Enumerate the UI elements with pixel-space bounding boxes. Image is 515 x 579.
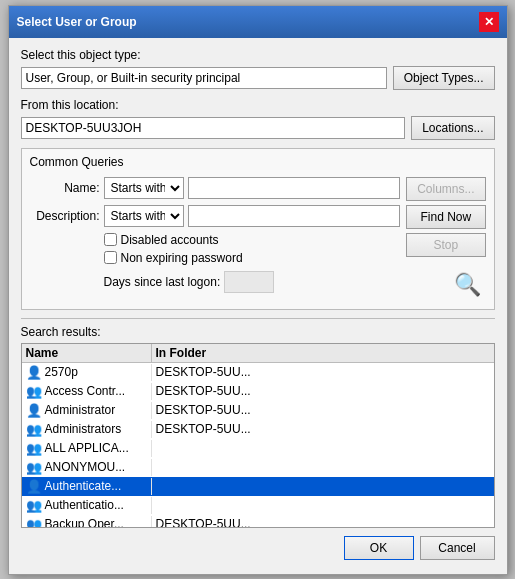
queries-and-buttons: Name: Starts with Description: Starts wi… xyxy=(30,177,486,303)
result-name-text: Backup Oper... xyxy=(45,517,124,528)
table-row[interactable]: 👥Authenticatio... xyxy=(22,496,494,515)
description-query-row: Description: Starts with xyxy=(30,205,401,227)
result-name: 👤2570p xyxy=(22,364,152,381)
queries-left: Name: Starts with Description: Starts wi… xyxy=(30,177,401,303)
results-header: Name In Folder xyxy=(22,344,494,363)
name-query-input[interactable] xyxy=(188,177,401,199)
select-user-group-dialog: Select User or Group ✕ Select this objec… xyxy=(8,5,508,575)
result-name: 👥Access Contr... xyxy=(22,383,152,400)
table-row[interactable]: 👤Authenticate... xyxy=(22,477,494,496)
result-folder xyxy=(152,466,494,468)
name-query-row: Name: Starts with xyxy=(30,177,401,199)
disabled-accounts-label: Disabled accounts xyxy=(121,233,219,247)
result-folder: DESKTOP-5UU... xyxy=(152,364,494,380)
description-query-input[interactable] xyxy=(188,205,401,227)
table-row[interactable]: 👥Backup Oper...DESKTOP-5UU... xyxy=(22,515,494,528)
locations-button[interactable]: Locations... xyxy=(411,116,494,140)
stop-button[interactable]: Stop xyxy=(406,233,485,257)
location-row: Locations... xyxy=(21,116,495,140)
right-buttons: Columns... Find Now Stop 🔍 xyxy=(406,177,485,303)
table-row[interactable]: 👥ALL APPLICA... xyxy=(22,439,494,458)
user-icon: 👤 xyxy=(26,403,42,418)
close-button[interactable]: ✕ xyxy=(479,12,499,32)
common-queries-title: Common Queries xyxy=(30,155,486,169)
object-types-button[interactable]: Object Types... xyxy=(393,66,495,90)
result-name-text: ALL APPLICA... xyxy=(45,441,129,455)
result-name-text: Authenticate... xyxy=(45,479,122,493)
result-folder: DESKTOP-5UU... xyxy=(152,421,494,437)
user-icon: 👥 xyxy=(26,441,42,456)
result-name: 👥Authenticatio... xyxy=(22,497,152,514)
non-expiring-label: Non expiring password xyxy=(121,251,243,265)
object-type-input[interactable] xyxy=(21,67,387,89)
ok-button[interactable]: OK xyxy=(344,536,414,560)
search-results-label: Search results: xyxy=(21,325,495,339)
result-name-text: Authenticatio... xyxy=(45,498,124,512)
cancel-button[interactable]: Cancel xyxy=(420,536,495,560)
result-name: 👥Administrators xyxy=(22,421,152,438)
user-icon: 👤 xyxy=(26,365,42,380)
days-row: Days since last logon: xyxy=(104,271,401,293)
bottom-buttons: OK Cancel xyxy=(21,536,495,564)
result-name-text: Administrator xyxy=(45,403,116,417)
name-starts-with-select[interactable]: Starts with xyxy=(104,177,184,199)
table-row[interactable]: 👤AdministratorDESKTOP-5UU... xyxy=(22,401,494,420)
result-name-text: Administrators xyxy=(45,422,122,436)
dialog-body: Select this object type: Object Types...… xyxy=(9,38,507,574)
find-now-button[interactable]: Find Now xyxy=(406,205,485,229)
user-icon: 👥 xyxy=(26,460,42,475)
user-icon: 👥 xyxy=(26,517,42,528)
location-input[interactable] xyxy=(21,117,406,139)
result-name-text: Access Contr... xyxy=(45,384,126,398)
magnify-icon: 🔍 xyxy=(450,267,486,303)
magnify-icon-area: 🔍 xyxy=(406,267,485,303)
result-name: 👤Authenticate... xyxy=(22,478,152,495)
non-expiring-row: Non expiring password xyxy=(104,251,401,265)
description-starts-with-select[interactable]: Starts with xyxy=(104,205,184,227)
result-folder xyxy=(152,504,494,506)
title-bar: Select User or Group ✕ xyxy=(9,6,507,38)
common-queries-box: Common Queries Name: Starts with Descrip… xyxy=(21,148,495,310)
days-label: Days since last logon: xyxy=(104,275,221,289)
result-name: 👥ALL APPLICA... xyxy=(22,440,152,457)
result-name-text: 2570p xyxy=(45,365,78,379)
table-row[interactable]: 👥AdministratorsDESKTOP-5UU... xyxy=(22,420,494,439)
table-row[interactable]: 👤2570pDESKTOP-5UU... xyxy=(22,363,494,382)
disabled-accounts-checkbox[interactable] xyxy=(104,233,117,246)
table-row[interactable]: 👥ANONYMOU... xyxy=(22,458,494,477)
name-query-label: Name: xyxy=(30,181,100,195)
result-folder xyxy=(152,485,494,487)
disabled-accounts-row: Disabled accounts xyxy=(104,233,401,247)
result-name: 👥Backup Oper... xyxy=(22,516,152,528)
result-folder: DESKTOP-5UU... xyxy=(152,516,494,528)
result-folder: DESKTOP-5UU... xyxy=(152,402,494,418)
result-folder xyxy=(152,447,494,449)
user-icon: 👥 xyxy=(26,422,42,437)
object-type-label: Select this object type: xyxy=(21,48,495,62)
divider xyxy=(21,318,495,319)
dialog-title: Select User or Group xyxy=(17,15,137,29)
days-input[interactable] xyxy=(224,271,274,293)
header-name: Name xyxy=(22,344,152,362)
result-name-text: ANONYMOU... xyxy=(45,460,126,474)
location-label: From this location: xyxy=(21,98,495,112)
columns-button[interactable]: Columns... xyxy=(406,177,485,201)
result-name: 👤Administrator xyxy=(22,402,152,419)
non-expiring-checkbox[interactable] xyxy=(104,251,117,264)
results-container[interactable]: Name In Folder 👤2570pDESKTOP-5UU...👥Acce… xyxy=(21,343,495,528)
user-icon: 👥 xyxy=(26,384,42,399)
result-folder: DESKTOP-5UU... xyxy=(152,383,494,399)
user-icon: 👥 xyxy=(26,498,42,513)
header-folder: In Folder xyxy=(152,344,494,362)
object-type-row: Object Types... xyxy=(21,66,495,90)
table-row[interactable]: 👥Access Contr...DESKTOP-5UU... xyxy=(22,382,494,401)
user-icon: 👤 xyxy=(26,479,42,494)
description-query-label: Description: xyxy=(30,209,100,223)
result-name: 👥ANONYMOU... xyxy=(22,459,152,476)
